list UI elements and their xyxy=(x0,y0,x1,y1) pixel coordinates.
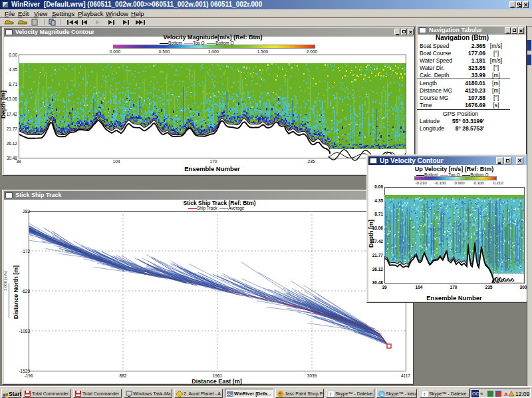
svg-text:OC: OC xyxy=(472,391,479,396)
svg-text:S: S xyxy=(380,391,384,397)
svg-text:«: « xyxy=(480,391,483,397)
